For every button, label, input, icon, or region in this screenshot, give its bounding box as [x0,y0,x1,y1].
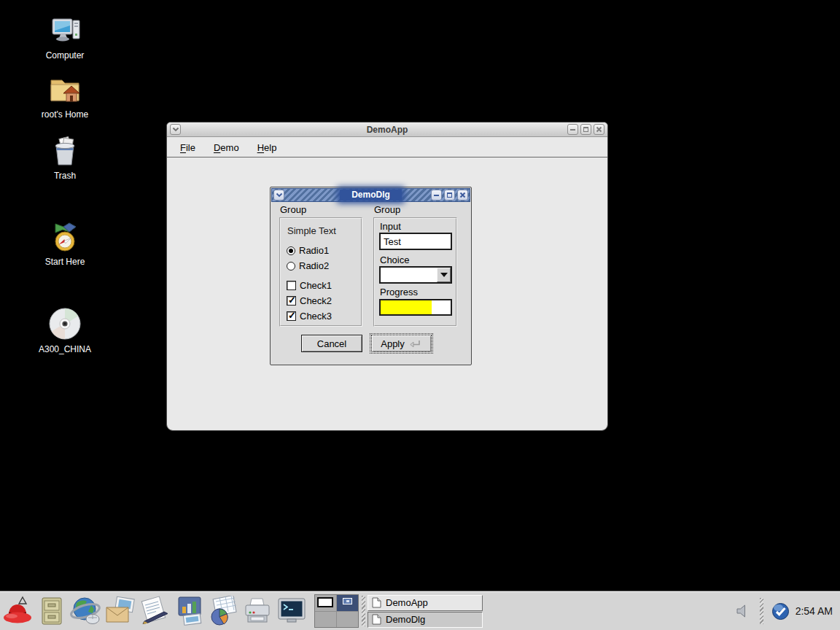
taskbar-item-demoapp[interactable]: DemoApp [368,595,483,611]
calc-icon [206,596,240,626]
taskbar-item-label: DemoApp [386,597,428,608]
start-here-icon [49,221,81,253]
dialog-title: DemoDlg [340,190,402,201]
menu-file[interactable]: File [176,141,199,155]
demoapp-titlebar[interactable]: DemoApp [167,122,607,137]
web-browser-icon [69,595,103,627]
workspace-window-preview [343,598,352,604]
choice-label: Choice [380,254,409,265]
menu-help[interactable]: Help [254,141,281,155]
apply-button[interactable]: Apply [371,335,432,352]
minimize-button[interactable] [567,124,578,135]
workspace-pager [314,594,359,628]
launcher-printer[interactable] [240,594,274,629]
window-menu-button[interactable] [273,190,284,201]
demodlg-titlebar[interactable]: DemoDlg [271,188,470,202]
desktop-icon-label: Start Here [45,257,85,267]
document-icon [372,614,381,625]
left-group-box: Simple Text Radio1 Radio2 Check1 Check2 … [279,217,362,327]
progress-label: Progress [380,287,418,298]
computer-icon [49,18,81,47]
right-group-label: Group [374,204,400,215]
workspace-3[interactable] [315,612,336,628]
launcher-redhat-menu[interactable] [0,594,34,629]
workspace-2-active[interactable] [337,595,358,611]
desktop-icon-start-here[interactable]: Start Here [25,221,105,267]
launcher-email-client[interactable] [103,594,137,629]
dialog-body: Group Simple Text Radio1 Radio2 Check1 C… [271,203,471,365]
radio-option-2[interactable]: Radio2 [287,260,361,271]
close-icon [596,126,602,133]
launcher-spreadsheet[interactable] [206,594,240,629]
menu-demo[interactable]: Demo [210,141,243,155]
taskbar: DemoApp DemoDlg 2:54 AM [0,592,840,630]
maximize-button[interactable] [580,124,591,135]
maximize-button[interactable] [444,190,455,201]
desktop-icon-label: root's Home [42,109,88,120]
check-option-1[interactable]: Check1 [287,280,361,291]
choice-combobox[interactable] [379,266,452,284]
launcher-terminal[interactable] [274,594,308,629]
workspace-1[interactable] [315,595,336,611]
desktop-icon-trash[interactable]: Trash [25,136,105,181]
minimize-button[interactable] [431,190,442,201]
demodlg-dialog: DemoDlg Group Simple Text Radio1 Radio2 … [270,187,472,365]
apply-button-label: Apply [381,338,405,349]
close-button[interactable] [457,190,468,201]
tray-drag-handle[interactable] [760,598,763,624]
maximize-icon [583,127,588,132]
writer-icon [138,596,171,626]
checkbox-icon[interactable] [287,311,296,321]
radio-option-1[interactable]: Radio1 [287,245,361,256]
launcher-file-manager[interactable] [34,594,69,629]
taskbar-item-demodlg[interactable]: DemoDlg [368,612,483,628]
desktop-icon-computer[interactable]: Computer [25,18,105,61]
close-button[interactable] [594,124,604,135]
desktop-icon-a300-china[interactable]: A300_CHINA [25,307,105,354]
volume-icon[interactable] [735,604,751,618]
desktop-icon-roots-home[interactable]: root's Home [25,75,105,120]
system-tray: 2:54 AM [735,598,840,624]
checkbox-icon[interactable] [287,281,296,290]
taskbar-item-label: DemoDlg [386,614,425,625]
desktop-icon-label: A300_CHINA [39,344,91,354]
cancel-button[interactable]: Cancel [301,335,362,352]
input-field[interactable] [379,233,452,250]
redhat-menu-icon [1,595,34,627]
launcher-web-browser[interactable] [69,594,103,629]
maximize-icon [447,192,452,198]
home-folder-icon [48,75,82,106]
launcher-word-processor[interactable] [137,594,171,629]
checkbox-icon[interactable] [287,296,296,306]
minimize-icon [434,195,439,196]
launcher-presentation[interactable] [171,594,206,629]
radio-label: Radio1 [299,245,329,256]
workspace-4[interactable] [337,612,358,628]
panel-drag-handle[interactable] [362,596,365,626]
window-title: DemoApp [167,125,607,135]
chevron-down-icon [276,192,283,198]
simple-text-label: Simple Text [287,225,361,236]
checkbox-label: Check1 [300,280,332,291]
progress-bar-fill [381,300,432,314]
trash-icon [50,136,79,167]
progress-bar [379,299,452,316]
enter-key-icon [409,339,422,349]
window-list: DemoApp DemoDlg [368,595,483,628]
check-option-2[interactable]: Check2 [287,295,361,306]
checkbox-label: Check2 [300,295,332,306]
impress-icon [173,596,205,626]
minimize-icon [570,129,575,131]
radio-icon[interactable] [287,262,295,271]
radio-icon[interactable] [287,246,295,255]
update-notifier-icon[interactable] [771,602,790,621]
document-icon [372,597,381,608]
close-icon [459,192,466,198]
checkbox-label: Check3 [300,311,332,322]
check-option-3[interactable]: Check3 [287,311,361,322]
workspace-window-preview [317,597,333,607]
radio-label: Radio2 [299,260,329,271]
combobox-dropdown-button[interactable] [437,268,451,282]
clock[interactable]: 2:54 AM [796,605,833,617]
email-icon [104,596,137,626]
